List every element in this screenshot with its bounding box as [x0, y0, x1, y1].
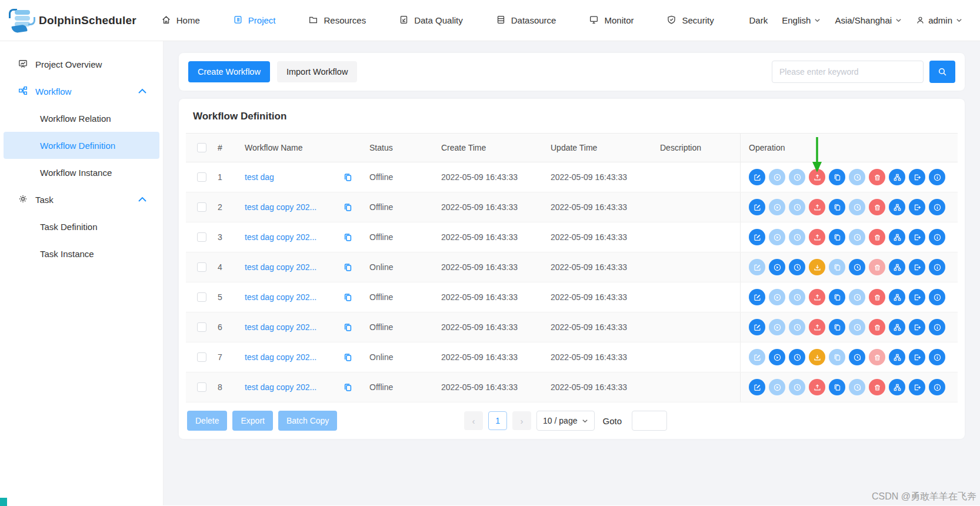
timing-button[interactable] — [789, 319, 805, 335]
sidebar-item-task-definition[interactable]: Task Definition — [4, 213, 159, 240]
nav-item-home[interactable]: Home — [161, 15, 200, 26]
export-workflow-button[interactable] — [909, 229, 925, 245]
export-workflow-button[interactable] — [909, 319, 925, 335]
workflow-name-link[interactable]: test dag — [245, 172, 274, 182]
tree-view-button[interactable] — [889, 379, 905, 395]
sidebar-item-workflow-definition[interactable]: Workflow Definition — [4, 132, 159, 159]
workflow-name-link[interactable]: test dag copy 202... — [245, 322, 316, 332]
nav-item-security[interactable]: Security — [666, 15, 714, 26]
export-workflow-button[interactable] — [909, 259, 925, 275]
batch-copy-button[interactable]: Batch Copy — [278, 411, 337, 431]
tree-view-button[interactable] — [889, 229, 905, 245]
next-page-button[interactable]: › — [512, 411, 531, 430]
publish-toggle-button[interactable] — [809, 319, 825, 335]
cron-manage-button[interactable] — [849, 169, 865, 185]
sidebar-item-project-overview[interactable]: Project Overview — [4, 51, 159, 78]
prev-page-button[interactable]: ‹ — [464, 411, 483, 430]
copy-name-icon[interactable] — [343, 232, 353, 242]
workflow-name-link[interactable]: test dag copy 202... — [245, 292, 316, 302]
export-workflow-button[interactable] — [909, 289, 925, 305]
tree-view-button[interactable] — [889, 289, 905, 305]
timing-button[interactable] — [789, 169, 805, 185]
timing-button[interactable] — [789, 379, 805, 395]
row-checkbox[interactable] — [197, 172, 206, 182]
tree-view-button[interactable] — [889, 319, 905, 335]
start-button[interactable] — [769, 349, 785, 365]
nav-item-datasource[interactable]: Datasource — [496, 15, 556, 26]
sidebar-item-task-instance[interactable]: Task Instance — [4, 240, 159, 267]
edit-button[interactable] — [749, 349, 765, 365]
sidebar-item-workflow-relation[interactable]: Workflow Relation — [4, 105, 159, 132]
copy-name-icon[interactable] — [343, 352, 353, 362]
theme-toggle[interactable]: Dark — [749, 15, 768, 25]
version-info-button[interactable] — [929, 319, 945, 335]
page-size-select[interactable]: 10 / page — [536, 411, 595, 431]
edit-button[interactable] — [749, 199, 765, 215]
copy-name-icon[interactable] — [343, 262, 353, 272]
cron-manage-button[interactable] — [849, 229, 865, 245]
copy-name-icon[interactable] — [343, 292, 353, 302]
publish-toggle-button[interactable] — [809, 289, 825, 305]
copy-name-icon[interactable] — [343, 382, 353, 392]
workflow-name-link[interactable]: test dag copy 202... — [245, 202, 316, 212]
nav-item-monitor[interactable]: Monitor — [589, 15, 634, 26]
batch-export-button[interactable]: Export — [232, 411, 272, 431]
timing-button[interactable] — [789, 259, 805, 275]
copy-workflow-button[interactable] — [829, 349, 845, 365]
start-button[interactable] — [769, 289, 785, 305]
delete-workflow-button[interactable] — [869, 379, 885, 395]
row-checkbox[interactable] — [197, 382, 206, 392]
copy-workflow-button[interactable] — [829, 229, 845, 245]
export-workflow-button[interactable] — [909, 169, 925, 185]
cron-manage-button[interactable] — [849, 289, 865, 305]
delete-workflow-button[interactable] — [869, 349, 885, 365]
timing-button[interactable] — [789, 199, 805, 215]
publish-toggle-button[interactable] — [809, 229, 825, 245]
goto-page-input[interactable] — [632, 411, 667, 431]
copy-workflow-button[interactable] — [829, 169, 845, 185]
create-workflow-button[interactable]: Create Workflow — [188, 61, 270, 82]
workflow-name-link[interactable]: test dag copy 202... — [245, 232, 316, 242]
copy-name-icon[interactable] — [343, 172, 353, 182]
workflow-name-link[interactable]: test dag copy 202... — [245, 262, 316, 272]
search-input[interactable] — [772, 61, 924, 83]
tree-view-button[interactable] — [889, 169, 905, 185]
timing-button[interactable] — [789, 289, 805, 305]
delete-workflow-button[interactable] — [869, 169, 885, 185]
start-button[interactable] — [769, 319, 785, 335]
cron-manage-button[interactable] — [849, 319, 865, 335]
publish-toggle-button[interactable] — [809, 169, 825, 185]
start-button[interactable] — [769, 169, 785, 185]
sidebar-item-workflow-instance[interactable]: Workflow Instance — [4, 159, 159, 186]
export-workflow-button[interactable] — [909, 379, 925, 395]
row-checkbox[interactable] — [197, 262, 206, 272]
row-checkbox[interactable] — [197, 232, 206, 242]
select-all-checkbox[interactable] — [197, 143, 206, 152]
publish-toggle-button[interactable] — [809, 259, 825, 275]
timing-button[interactable] — [789, 349, 805, 365]
export-workflow-button[interactable] — [909, 199, 925, 215]
nav-item-project[interactable]: Project — [233, 15, 276, 26]
user-menu[interactable]: admin — [916, 15, 962, 25]
publish-toggle-button[interactable] — [809, 349, 825, 365]
timing-button[interactable] — [789, 229, 805, 245]
row-checkbox[interactable] — [197, 352, 206, 362]
search-button[interactable] — [929, 61, 955, 83]
publish-toggle-button[interactable] — [809, 379, 825, 395]
edit-button[interactable] — [749, 379, 765, 395]
publish-toggle-button[interactable] — [809, 199, 825, 215]
edit-button[interactable] — [749, 319, 765, 335]
tree-view-button[interactable] — [889, 349, 905, 365]
version-info-button[interactable] — [929, 199, 945, 215]
row-checkbox[interactable] — [197, 202, 206, 212]
language-select[interactable]: English — [782, 15, 821, 25]
timezone-select[interactable]: Asia/Shanghai — [835, 15, 902, 25]
edit-button[interactable] — [749, 259, 765, 275]
export-workflow-button[interactable] — [909, 349, 925, 365]
copy-workflow-button[interactable] — [829, 379, 845, 395]
version-info-button[interactable] — [929, 169, 945, 185]
delete-workflow-button[interactable] — [869, 259, 885, 275]
workflow-name-link[interactable]: test dag copy 202... — [245, 382, 316, 392]
edit-button[interactable] — [749, 229, 765, 245]
copy-name-icon[interactable] — [343, 202, 353, 212]
